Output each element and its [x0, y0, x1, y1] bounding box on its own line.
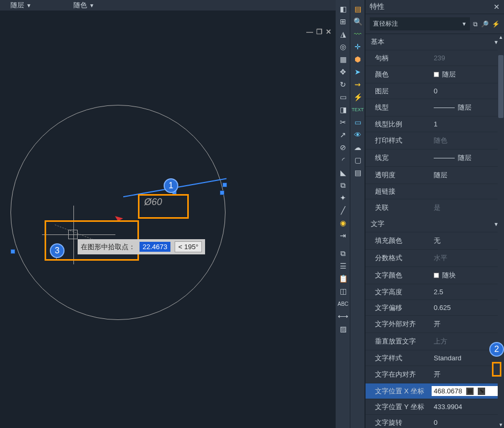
property-value[interactable]: 开: [432, 318, 504, 330]
property-value[interactable]: 是: [432, 202, 504, 213]
property-row[interactable]: 文字在内对齐开: [366, 366, 504, 383]
distance-field[interactable]: 22.4673: [140, 242, 170, 252]
curve-icon[interactable]: 〰: [352, 28, 363, 40]
object-type-dropdown[interactable]: 直径标注 ▼: [370, 17, 470, 30]
chamfer-icon[interactable]: ◣: [337, 167, 349, 178]
property-value[interactable]: 2.5: [432, 287, 504, 297]
grip-point[interactable]: [223, 183, 227, 187]
property-row[interactable]: 文字颜色随块: [366, 266, 504, 284]
property-row[interactable]: 打印样式随色: [366, 132, 504, 149]
property-value[interactable]: 水平: [432, 252, 504, 264]
cross-icon[interactable]: ✛: [352, 41, 363, 52]
array-icon[interactable]: ▦: [337, 54, 349, 65]
stretch-icon[interactable]: ◨: [337, 104, 349, 115]
group-header[interactable]: 文字▼: [366, 216, 504, 232]
quick-select-icon[interactable]: 🔎: [481, 20, 489, 28]
property-value[interactable]: 随层: [432, 69, 504, 80]
line-icon[interactable]: ╱: [337, 205, 349, 216]
grip-point[interactable]: [11, 250, 15, 253]
box-icon[interactable]: ▢: [352, 154, 363, 166]
property-value[interactable]: 0: [432, 418, 504, 427]
break-icon[interactable]: ⊘: [337, 142, 349, 153]
close-icon[interactable]: ✕: [326, 28, 331, 36]
property-value[interactable]: 随色: [432, 135, 504, 146]
layers-icon[interactable]: ☰: [337, 260, 349, 272]
scroll-thumb[interactable]: [498, 55, 503, 118]
palette-icon[interactable]: ▤: [352, 3, 363, 15]
paste-icon[interactable]: 📋: [337, 273, 349, 284]
property-row[interactable]: 颜色随层: [366, 66, 504, 83]
hatch-icon[interactable]: ▨: [337, 323, 349, 335]
property-value[interactable]: 随层: [432, 102, 504, 113]
close-icon[interactable]: ✕: [494, 3, 500, 11]
group-header[interactable]: 基本▼: [366, 34, 504, 50]
property-row[interactable]: 文字位置 Y 坐标433.9904: [366, 399, 504, 414]
property-row[interactable]: 线型随层: [366, 99, 504, 116]
property-row[interactable]: 线型比例1: [366, 116, 504, 132]
property-value[interactable]: 随层: [432, 169, 504, 181]
scroll-down-icon[interactable]: ▼: [498, 422, 504, 428]
arrow-icon[interactable]: ➤: [352, 66, 363, 78]
text2-icon[interactable]: TEXT: [352, 104, 363, 115]
ruler-icon[interactable]: ▭: [352, 116, 363, 128]
property-row[interactable]: 文字高度2.5: [366, 284, 504, 299]
property-value[interactable]: 随块: [432, 270, 504, 281]
property-value[interactable]: 0.625: [432, 303, 504, 313]
angle-field[interactable]: < 195°: [175, 241, 202, 252]
fillet-icon[interactable]: ◜: [337, 154, 349, 166]
text-icon[interactable]: ABC: [337, 298, 349, 309]
property-row[interactable]: 透明度随层: [366, 166, 504, 184]
property-row[interactable]: 文字位置 X 坐标468.0678▦⬊: [366, 383, 504, 399]
property-value[interactable]: 0: [432, 86, 504, 96]
layer-dd[interactable]: 随层▼: [10, 0, 31, 10]
dim-icon[interactable]: ⟷: [337, 311, 349, 322]
pip-icon[interactable]: ⧉: [473, 20, 478, 28]
bolt-icon[interactable]: ⚡: [352, 91, 363, 103]
restore-icon[interactable]: ❐: [316, 28, 323, 36]
lightning-icon[interactable]: ⚡: [492, 20, 500, 28]
property-row[interactable]: 线宽随层: [366, 149, 504, 166]
property-row[interactable]: 句柄239: [366, 50, 504, 66]
move-icon[interactable]: ✥: [337, 66, 349, 78]
property-row[interactable]: 文字样式Standard: [366, 350, 504, 366]
property-value[interactable]: 随层: [432, 152, 504, 164]
zoom-icon[interactable]: 🔍: [352, 16, 363, 27]
canvas[interactable]: — ❐ ✕ Ø60 1 3 在图形中拾取点： 22.4673: [0, 26, 336, 428]
scale-icon[interactable]: ▭: [337, 91, 349, 103]
eraser-icon[interactable]: ◧: [337, 3, 349, 15]
join-icon[interactable]: ⧉: [337, 179, 349, 191]
property-row[interactable]: 文字偏移0.625: [366, 299, 504, 315]
extend-icon[interactable]: ↗: [337, 129, 349, 141]
scroll-up-icon[interactable]: ▲: [498, 34, 504, 40]
mirror-icon[interactable]: ◮: [337, 28, 349, 40]
property-row[interactable]: 关联是: [366, 199, 504, 216]
eye-icon[interactable]: 👁: [352, 129, 363, 141]
sheet-icon[interactable]: ▤: [352, 167, 363, 178]
walk-icon[interactable]: ⇝: [352, 79, 363, 90]
explode-icon[interactable]: ✦: [337, 192, 349, 204]
align-icon[interactable]: ⇥: [337, 230, 349, 241]
property-value[interactable]: 433.9904: [432, 402, 504, 412]
property-value[interactable]: 无: [432, 235, 504, 247]
minimize-icon[interactable]: —: [306, 28, 313, 36]
copy-icon[interactable]: ⧉: [337, 248, 349, 259]
property-row[interactable]: 图层0: [366, 83, 504, 99]
light-icon[interactable]: ◉: [337, 217, 349, 229]
property-row[interactable]: 文字旋转0: [366, 414, 504, 428]
calc-icon[interactable]: ▦: [466, 388, 474, 395]
property-value[interactable]: 239: [432, 53, 504, 63]
cloud-icon[interactable]: ☁: [352, 142, 363, 153]
property-value[interactable]: [432, 190, 504, 192]
offset-icon[interactable]: ◎: [337, 41, 349, 52]
rotate-icon[interactable]: ↻: [337, 79, 349, 90]
trim-icon[interactable]: ✂: [337, 116, 349, 128]
property-row[interactable]: 文字外部对齐开: [366, 315, 504, 333]
property-row[interactable]: 分数格式水平: [366, 249, 504, 266]
block-icon[interactable]: ◫: [337, 285, 349, 297]
grid-icon[interactable]: ⊞: [337, 16, 349, 27]
property-row[interactable]: 填充颜色无: [366, 232, 504, 249]
pick-point-icon[interactable]: ⬊: [478, 388, 485, 395]
property-value[interactable]: 1: [432, 119, 504, 129]
hierarchy-icon[interactable]: ⬢: [352, 54, 363, 65]
grip-point[interactable]: [220, 191, 224, 195]
